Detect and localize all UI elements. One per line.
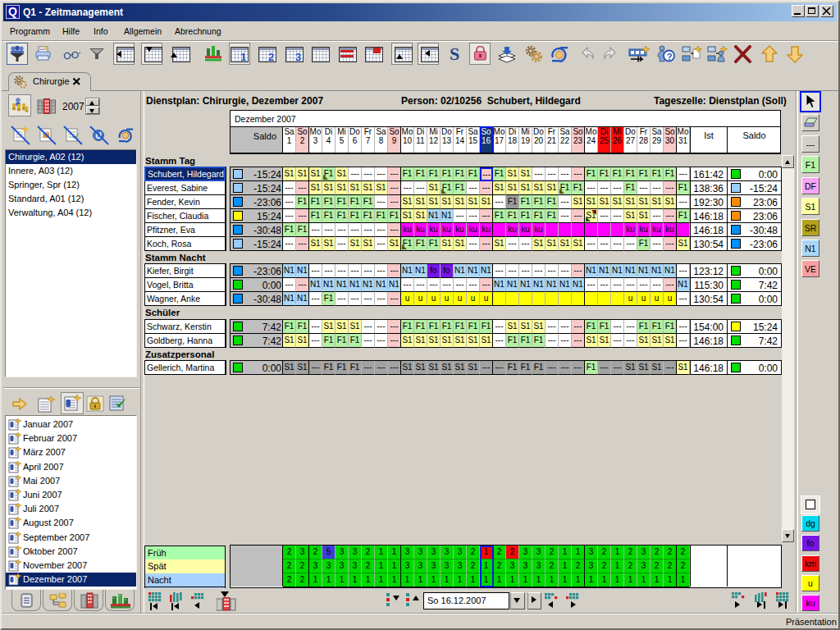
- svg-text:?: ?: [667, 52, 673, 62]
